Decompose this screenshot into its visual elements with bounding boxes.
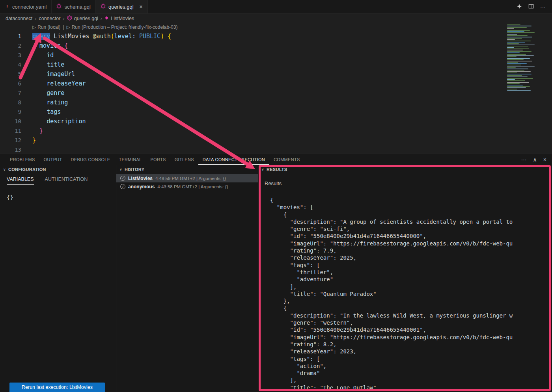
code-line-6[interactable]: 6 releaseYear [0, 79, 552, 88]
bottom-panel: PROBLEMSOUTPUTDEBUG CONSOLETERMINALPORTS… [0, 154, 552, 392]
code-line-5[interactable]: 5 imageUrl [0, 69, 552, 79]
breadcrumb-separator: › [101, 15, 102, 21]
tab-label: queries.gql [108, 4, 134, 10]
editor-tab-connector-yaml[interactable]: !connector.yaml [0, 0, 52, 13]
panel-actions: ··· ∧ × [521, 154, 552, 165]
code-token [32, 52, 47, 59]
history-item-anonymous[interactable]: ✓anonymous4:43:58 PM GMT+2 | Arguments: … [116, 182, 258, 191]
config-tab-authentication[interactable]: AUTHENTICATION [45, 176, 88, 185]
history-header[interactable]: ∨ HISTORY [116, 165, 258, 174]
history-list: ✓ListMovies4:48:59 PM GMT+2 | Arguments:… [116, 174, 258, 191]
yaml-file-icon: ! [5, 4, 9, 9]
code-line-text: rating [32, 98, 68, 107]
breadcrumb-item-listmovies[interactable]: ListMovies [104, 16, 134, 21]
panel-tab-gitlens[interactable]: GITLENS [170, 154, 198, 165]
graphql-icon [101, 4, 106, 10]
code-token: PUBLIC [139, 33, 160, 40]
code-line-4[interactable]: 4 title [0, 60, 552, 69]
check-circle-icon: ✓ [120, 176, 125, 181]
minimap-line [507, 76, 528, 77]
rerun-button[interactable]: Rerun last execution: ListMovies [9, 383, 105, 392]
minimap-line [507, 43, 519, 44]
panel-close-icon[interactable]: × [543, 157, 546, 162]
chevron-down-icon: ∨ [119, 167, 122, 171]
tab-label: schema.gql [64, 4, 90, 10]
code-line-12[interactable]: 12} [0, 136, 552, 145]
code-line-13[interactable]: 13 [0, 145, 552, 154]
minimap-line [507, 27, 527, 28]
line-number: 13 [0, 145, 21, 154]
play-icon: ▷ [66, 23, 70, 32]
panel-tab-debug-console[interactable]: DEBUG CONSOLE [67, 154, 115, 165]
code-line-text: } [32, 126, 43, 136]
graphql-operation-icon [104, 16, 109, 21]
code-token [32, 127, 39, 134]
breadcrumb-item-connector[interactable]: connector [39, 16, 60, 21]
editor-tab-schema-gql[interactable]: schema.gql [52, 0, 95, 13]
panel-tab-output[interactable]: OUTPUT [39, 154, 67, 165]
code-token [32, 99, 47, 106]
code-line-7[interactable]: 7 genre [0, 88, 552, 98]
code-line-1[interactable]: 1query ListMovies @auth(level: PUBLIC) { [0, 32, 552, 41]
code-editor[interactable]: ▷ Run (local) | ▷ Run (Production – Proj… [0, 23, 552, 154]
minimap-line [507, 79, 515, 80]
more-actions-icon[interactable]: ··· [540, 4, 546, 9]
run-local-codelens[interactable]: ▷ Run (local) [32, 23, 60, 32]
code-token: ) [160, 33, 164, 40]
minimap-line [507, 54, 526, 55]
config-tab-variables[interactable]: VARIABLES [7, 176, 34, 185]
code-token: { [64, 42, 68, 49]
breadcrumb: dataconnect›connector›queries.gql›ListMo… [0, 14, 552, 23]
breadcrumb-item-dataconnect[interactable]: dataconnect [6, 16, 32, 21]
line-number: 6 [0, 79, 21, 88]
codelens-divider: | [63, 23, 64, 32]
code-token [32, 118, 47, 125]
history-item-listmovies[interactable]: ✓ListMovies4:48:59 PM GMT+2 | Arguments:… [116, 174, 258, 182]
results-json[interactable]: { "movies": [ { "description": "A group … [270, 197, 552, 392]
run-production-codelens[interactable]: ▷ Run (Production – Project: friendly-fl… [66, 23, 177, 32]
minimap-line [507, 52, 520, 53]
panel-tab-comments[interactable]: COMMENTS [269, 154, 304, 165]
minimap-line [507, 58, 530, 59]
panel-more-icon[interactable]: ··· [521, 157, 527, 162]
close-icon[interactable]: × [140, 4, 143, 9]
panel-tab-ports[interactable]: PORTS [146, 154, 170, 165]
code-line-2[interactable]: 2 movies { [0, 41, 552, 50]
code-line-text: } [32, 136, 36, 145]
panel-tab-terminal[interactable]: TERMINAL [114, 154, 146, 165]
panel-body: ∨ CONFIGURATION VARIABLESAUTHENTICATION … [0, 165, 552, 392]
breadcrumb-item-queries-gql[interactable]: queries.gql [67, 15, 98, 22]
results-title: Results [265, 180, 552, 186]
configuration-section: ∨ CONFIGURATION VARIABLESAUTHENTICATION … [0, 165, 116, 392]
minimap-line [507, 38, 522, 39]
editor-tab-queries-gql[interactable]: queries.gql× [96, 0, 148, 13]
code-token: description [47, 118, 86, 125]
minimap[interactable] [507, 24, 550, 91]
results-section: ∨ RESULTS Results { "movies": [ { "descr… [258, 165, 552, 392]
code-line-3[interactable]: 3 id [0, 50, 552, 60]
code-line-9[interactable]: 9 tags [0, 107, 552, 117]
history-item-meta: 4:48:59 PM GMT+2 | Arguments: {} [155, 176, 226, 181]
line-number: 1 [0, 32, 21, 41]
panel-tabs: PROBLEMSOUTPUTDEBUG CONSOLETERMINALPORTS… [6, 154, 304, 165]
configuration-header[interactable]: ∨ CONFIGURATION [0, 165, 116, 174]
code-lines[interactable]: 1query ListMovies @auth(level: PUBLIC) {… [0, 32, 552, 154]
history-section: ∨ HISTORY ✓ListMovies4:48:59 PM GMT+2 | … [116, 165, 258, 392]
panel-tab-problems[interactable]: PROBLEMS [6, 154, 39, 165]
code-line-text: releaseYear [32, 79, 86, 88]
code-line-10[interactable]: 10 description [0, 117, 552, 126]
minimap-line [507, 26, 531, 26]
panel-collapse-icon[interactable]: ∧ [533, 157, 537, 162]
results-header[interactable]: ∨ RESULTS [258, 165, 552, 174]
code-line-11[interactable]: 11 } [0, 126, 552, 136]
code-line-8[interactable]: 8 rating [0, 98, 552, 107]
minimap-line [507, 30, 530, 31]
code-line-text: query ListMovies @auth(level: PUBLIC) { [32, 32, 171, 41]
variables-value[interactable]: {} [7, 194, 116, 201]
copilot-sparkle-icon[interactable] [517, 4, 522, 10]
split-editor-icon[interactable] [528, 4, 534, 10]
minimap-line [507, 28, 514, 29]
panel-tab-data-connect-execution[interactable]: DATA CONNECT EXECUTION [198, 154, 269, 165]
history-item-name: ListMovies [128, 176, 153, 181]
code-token [50, 33, 54, 40]
